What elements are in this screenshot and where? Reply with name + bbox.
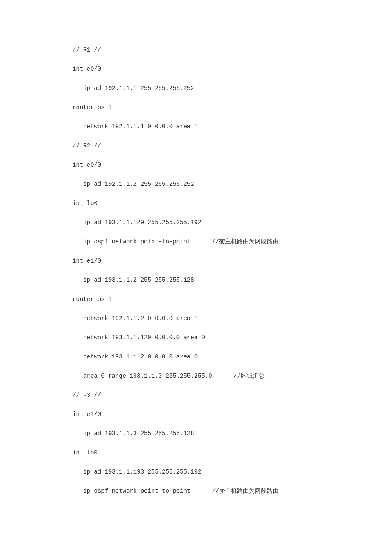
code-line: int e1/0 (72, 411, 320, 417)
code-line: ip ospf network point-to-point //变主机路由为网… (72, 239, 320, 245)
code-line: int lo0 (72, 450, 320, 456)
code-line: ip ad 193.1.1.3 255.255.255.128 (72, 431, 320, 436)
code-line: int e1/0 (72, 258, 320, 264)
code-line: // R2 // (72, 143, 320, 149)
code-line: router os 1 (72, 296, 320, 302)
code-line: router os 1 (72, 104, 320, 110)
code-line: ip ospf network point-to-point //变主机路由为网… (72, 488, 320, 494)
code-line: area 0 range 193.1.1.0 255.255.255.0 //区… (72, 373, 320, 379)
code-line: ip ad 193.1.1.193 255.255.255.192 (72, 469, 320, 475)
code-line: ip ad 192.1.1.2 255.255.255.252 (72, 181, 320, 187)
code-line: // R1 // (72, 47, 320, 53)
code-line: ip ad 193.1.1.2 255.255.255.128 (72, 277, 320, 283)
code-line: network 193.1.1.129 0.0.0.0 area 0 (72, 335, 320, 341)
code-line: ip ad 192.1.1.1 255.255.255.252 (72, 85, 320, 91)
document-page: // R1 // int e0/0 ip ad 192.1.1.1 255.25… (0, 0, 392, 520)
code-line: // R3 // (72, 392, 320, 398)
code-line: ip ad 193.1.1.129 255.255.255.192 (72, 220, 320, 225)
code-line: network 193.1.1.2 0.0.0.0 area 0 (72, 354, 320, 360)
code-line: int e0/0 (72, 66, 320, 72)
code-line: network 192.1.1.1 0.0.0.0 area 1 (72, 124, 320, 130)
code-line: int e0/0 (72, 162, 320, 168)
code-line: network 192.1.1.2 0.0.0.0 area 1 (72, 315, 320, 321)
code-line: int lo0 (72, 200, 320, 206)
